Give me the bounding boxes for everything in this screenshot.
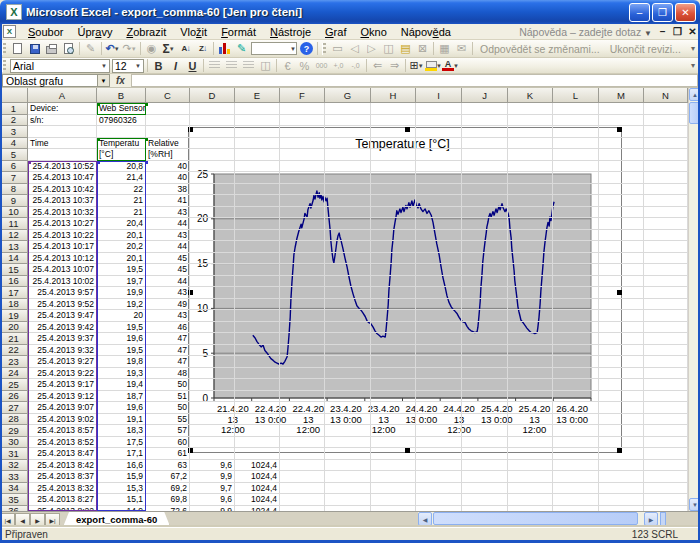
cell-F6[interactable] bbox=[280, 161, 325, 173]
cell-M10[interactable] bbox=[599, 207, 644, 219]
drawing-button[interactable]: ✎ bbox=[233, 41, 250, 56]
cell-G9[interactable] bbox=[325, 195, 371, 207]
column-header-G[interactable]: G bbox=[325, 88, 371, 103]
column-header-I[interactable]: I bbox=[416, 88, 462, 103]
cell-F23[interactable] bbox=[280, 356, 325, 368]
cell-F24[interactable] bbox=[280, 368, 325, 380]
cell-L7[interactable] bbox=[553, 172, 599, 184]
column-header-D[interactable]: D bbox=[190, 88, 235, 103]
cell-J35[interactable] bbox=[462, 494, 508, 506]
cell-F30[interactable] bbox=[280, 437, 325, 449]
show-all-comments-button[interactable]: ▤ bbox=[397, 41, 414, 56]
cell-A15[interactable]: 25.4.2013 10:07 bbox=[28, 264, 97, 276]
cell-F12[interactable] bbox=[280, 230, 325, 242]
previous-sheet-button[interactable]: ◀ bbox=[15, 513, 30, 527]
cell-B9[interactable]: 21 bbox=[97, 195, 146, 207]
cell-J34[interactable] bbox=[462, 483, 508, 495]
cell-E12[interactable] bbox=[235, 230, 280, 242]
print-button[interactable] bbox=[43, 41, 60, 56]
cell-D11[interactable] bbox=[190, 218, 235, 230]
next-comment-button[interactable]: ▷ bbox=[363, 41, 380, 56]
cell-M18[interactable] bbox=[599, 299, 644, 311]
cell-K26[interactable] bbox=[508, 391, 553, 403]
workbook-icon[interactable]: X bbox=[3, 25, 16, 38]
cell-M16[interactable] bbox=[599, 276, 644, 288]
sheet-tab-export-comma-60[interactable]: export_comma-60 bbox=[63, 512, 170, 527]
cell-C33[interactable]: 67,2 bbox=[146, 471, 190, 483]
row-header-27[interactable]: 27 bbox=[0, 402, 28, 414]
cell-C5[interactable]: [%RH] bbox=[146, 149, 190, 161]
cell-N4[interactable] bbox=[644, 138, 688, 150]
column-header-A[interactable]: A bbox=[28, 88, 97, 103]
cell-H3[interactable] bbox=[371, 126, 416, 138]
row-header-23[interactable]: 23 bbox=[0, 356, 28, 368]
cell-M5[interactable] bbox=[599, 149, 644, 161]
cell-E17[interactable] bbox=[235, 287, 280, 299]
cell-I26[interactable] bbox=[416, 391, 462, 403]
doc-minimize-button[interactable]: – bbox=[655, 26, 670, 37]
cell-B1[interactable]: Web Sensor bbox=[97, 103, 146, 115]
next-sheet-button[interactable]: ▶ bbox=[30, 513, 45, 527]
row-header-9[interactable]: 9 bbox=[0, 195, 28, 207]
row-header-16[interactable]: 16 bbox=[0, 276, 28, 288]
toolbar-options-button[interactable]: ▾ bbox=[688, 44, 698, 53]
cell-H4[interactable] bbox=[371, 138, 416, 150]
cell-I34[interactable] bbox=[416, 483, 462, 495]
cell-J15[interactable] bbox=[462, 264, 508, 276]
cell-H20[interactable] bbox=[371, 322, 416, 334]
cell-F9[interactable] bbox=[280, 195, 325, 207]
cell-D25[interactable] bbox=[190, 379, 235, 391]
cell-F29[interactable] bbox=[280, 425, 325, 437]
cell-A24[interactable]: 25.4.2013 9:22 bbox=[28, 368, 97, 380]
cell-A13[interactable]: 25.4.2013 10:17 bbox=[28, 241, 97, 253]
cell-N19[interactable] bbox=[644, 310, 688, 322]
cell-B21[interactable]: 19,6 bbox=[97, 333, 146, 345]
cell-H34[interactable] bbox=[371, 483, 416, 495]
cell-H30[interactable] bbox=[371, 437, 416, 449]
row-header-14[interactable]: 14 bbox=[0, 253, 28, 265]
cell-G26[interactable] bbox=[325, 391, 371, 403]
cell-L10[interactable] bbox=[553, 207, 599, 219]
cell-B5[interactable]: [°C] bbox=[97, 149, 146, 161]
cell-C24[interactable]: 48 bbox=[146, 368, 190, 380]
cell-E6[interactable] bbox=[235, 161, 280, 173]
cell-E30[interactable] bbox=[235, 437, 280, 449]
cell-E13[interactable] bbox=[235, 241, 280, 253]
cell-H17[interactable] bbox=[371, 287, 416, 299]
cell-M4[interactable] bbox=[599, 138, 644, 150]
cell-C20[interactable]: 46 bbox=[146, 322, 190, 334]
cell-J25[interactable] bbox=[462, 379, 508, 391]
cell-F20[interactable] bbox=[280, 322, 325, 334]
cell-K8[interactable] bbox=[508, 184, 553, 196]
cell-F27[interactable] bbox=[280, 402, 325, 414]
cell-M2[interactable] bbox=[599, 115, 644, 127]
delete-comment-button[interactable]: ⊠ bbox=[414, 41, 431, 56]
cell-G4[interactable] bbox=[325, 138, 371, 150]
cell-G32[interactable] bbox=[325, 460, 371, 472]
cell-J30[interactable] bbox=[462, 437, 508, 449]
cell-A19[interactable]: 25.4.2013 9:47 bbox=[28, 310, 97, 322]
cell-H11[interactable] bbox=[371, 218, 416, 230]
cell-I29[interactable] bbox=[416, 425, 462, 437]
cell-F11[interactable] bbox=[280, 218, 325, 230]
cell-M1[interactable] bbox=[599, 103, 644, 115]
cell-M19[interactable] bbox=[599, 310, 644, 322]
cell-A31[interactable]: 25.4.2013 8:47 bbox=[28, 448, 97, 460]
cell-A28[interactable]: 25.4.2013 9:02 bbox=[28, 414, 97, 426]
horizontal-scroll-thumb[interactable] bbox=[433, 512, 638, 525]
cell-F2[interactable] bbox=[280, 115, 325, 127]
cell-G16[interactable] bbox=[325, 276, 371, 288]
cell-B33[interactable]: 15,9 bbox=[97, 471, 146, 483]
cell-F26[interactable] bbox=[280, 391, 325, 403]
cell-I32[interactable] bbox=[416, 460, 462, 472]
fill-color-button[interactable]: ▼ bbox=[425, 58, 442, 73]
cell-M22[interactable] bbox=[599, 345, 644, 357]
cell-M11[interactable] bbox=[599, 218, 644, 230]
cell-M30[interactable] bbox=[599, 437, 644, 449]
cell-C31[interactable]: 61 bbox=[146, 448, 190, 460]
row-header-20[interactable]: 20 bbox=[0, 322, 28, 334]
cell-E11[interactable] bbox=[235, 218, 280, 230]
cell-E34[interactable]: 1024,4 bbox=[235, 483, 280, 495]
cell-J14[interactable] bbox=[462, 253, 508, 265]
cell-C17[interactable]: 43 bbox=[146, 287, 190, 299]
